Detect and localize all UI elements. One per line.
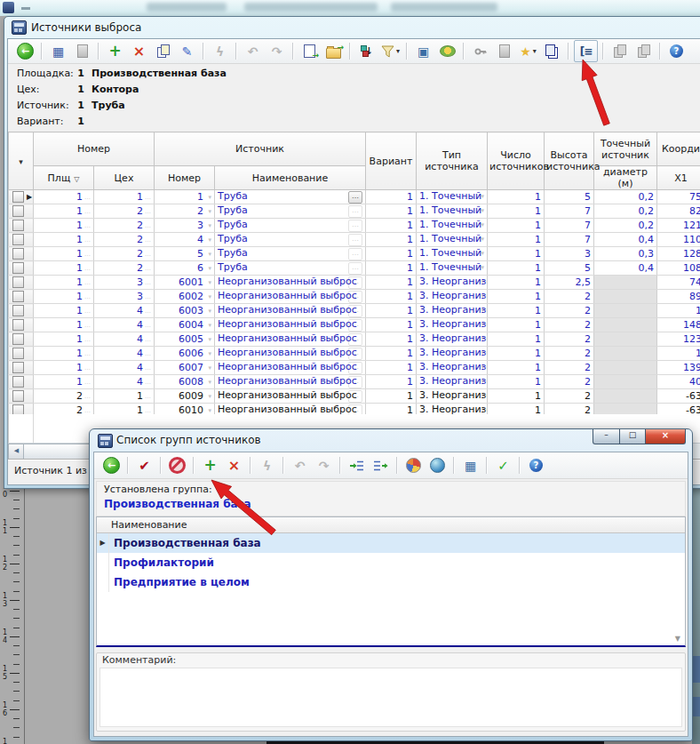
dropdown-button[interactable]: ▾ bbox=[481, 233, 484, 246]
groups-list-header[interactable]: Наименование bbox=[97, 517, 685, 533]
cell-type[interactable]: ▾3. Неорганизов bbox=[417, 389, 488, 404]
cell-variant[interactable]: 1 bbox=[366, 261, 417, 276]
import-button[interactable]: → bbox=[298, 41, 321, 61]
name-ellipsis-button[interactable]: … bbox=[348, 234, 362, 246]
cell-variant[interactable]: 1 bbox=[366, 190, 417, 204]
table-row[interactable]: 2…1…6009▾…Неорганизованный выброс1▾3. Не… bbox=[9, 389, 700, 404]
copy-button[interactable] bbox=[152, 41, 174, 61]
name-ellipsis-button[interactable]: … bbox=[348, 348, 362, 360]
new-document-button[interactable] bbox=[71, 41, 93, 61]
ellipsis-button[interactable]: … bbox=[83, 364, 91, 372]
dropdown-button[interactable]: ▾ bbox=[481, 290, 484, 303]
row-checkbox[interactable] bbox=[12, 276, 24, 288]
header-nomer[interactable]: Номер bbox=[155, 166, 215, 190]
row-indicator-cell[interactable] bbox=[9, 219, 34, 233]
cell-count[interactable]: 1 bbox=[488, 304, 545, 318]
cell-x1[interactable]: 1 bbox=[657, 304, 700, 318]
cell-x1[interactable]: 89 bbox=[657, 290, 700, 304]
name-ellipsis-button[interactable]: … bbox=[348, 205, 362, 218]
ellipsis-button[interactable]: … bbox=[83, 407, 91, 414]
cell-diameter[interactable] bbox=[594, 375, 657, 389]
cell-type[interactable]: ▾1. Точечный bbox=[417, 261, 488, 276]
cell-height[interactable]: 2 bbox=[545, 361, 594, 375]
cell-diameter[interactable] bbox=[594, 347, 657, 361]
cell-type[interactable]: ▾1. Точечный bbox=[417, 190, 488, 204]
cell-type[interactable]: ▾3. Неорганизов bbox=[417, 276, 488, 290]
cell-plsh[interactable]: 1… bbox=[34, 261, 94, 276]
undo-button[interactable]: ↶ bbox=[242, 41, 264, 61]
cell-plsh[interactable]: 1… bbox=[34, 375, 94, 389]
dropdown-button[interactable]: ▾ bbox=[203, 208, 211, 215]
cell-count[interactable]: 1 bbox=[488, 219, 545, 233]
table-row[interactable]: 1…4…6004▾…Неорганизованный выброс1▾3. Не… bbox=[9, 318, 700, 332]
ellipsis-button[interactable]: … bbox=[143, 350, 151, 357]
help-button[interactable]: ? bbox=[665, 41, 688, 61]
cell-nomer[interactable]: 6006▾ bbox=[155, 347, 215, 361]
cell-count[interactable]: 1 bbox=[488, 261, 545, 276]
cell-count[interactable]: 1 bbox=[488, 332, 545, 347]
cell-nomer[interactable]: 6008▾ bbox=[155, 375, 215, 389]
dropdown-button[interactable]: ▾ bbox=[481, 347, 484, 360]
ellipsis-button[interactable]: … bbox=[83, 336, 91, 343]
row-indicator-cell[interactable] bbox=[9, 204, 34, 219]
cell-nomer[interactable]: 6▾ bbox=[155, 261, 215, 276]
cell-ceh[interactable]: 1… bbox=[94, 190, 155, 204]
ellipsis-button[interactable]: … bbox=[83, 194, 91, 201]
dialog-help-button[interactable]: ? bbox=[525, 455, 547, 476]
ellipsis-button[interactable]: … bbox=[143, 308, 151, 315]
ellipsis-button[interactable]: … bbox=[143, 379, 151, 386]
cell-name[interactable]: …Неорганизованный выброс bbox=[215, 304, 366, 318]
cell-count[interactable]: 1 bbox=[488, 375, 545, 389]
cell-name[interactable]: …Неорганизованный выброс bbox=[215, 290, 366, 304]
back-button[interactable]: ← bbox=[14, 41, 36, 61]
cell-x1[interactable]: 128 bbox=[657, 247, 700, 261]
cell-diameter[interactable] bbox=[594, 304, 657, 318]
dropdown-button[interactable]: ▾ bbox=[481, 332, 484, 346]
cell-ceh[interactable]: 2… bbox=[94, 261, 155, 276]
header-count[interactable]: Число источников bbox=[488, 132, 545, 190]
cell-name[interactable]: …Неорганизованный выброс bbox=[215, 347, 366, 361]
cell-type[interactable]: ▾1. Точечный bbox=[417, 247, 488, 261]
cell-plsh[interactable]: 2… bbox=[34, 389, 94, 404]
ellipsis-button[interactable]: … bbox=[143, 194, 151, 201]
recalc-button[interactable]: ϟ bbox=[209, 41, 231, 61]
cell-ceh[interactable]: 4… bbox=[94, 375, 155, 389]
cell-x1[interactable]: 82 bbox=[657, 204, 700, 219]
dropdown-button[interactable]: ▾ bbox=[203, 322, 211, 329]
add-button[interactable]: + bbox=[104, 41, 126, 61]
row-checkbox[interactable] bbox=[12, 191, 24, 203]
header-diameter[interactable]: диаметр (м) bbox=[594, 166, 657, 190]
cell-plsh[interactable]: 1… bbox=[34, 219, 94, 233]
dropdown-button[interactable]: ▾ bbox=[481, 261, 484, 275]
ellipsis-button[interactable]: … bbox=[143, 279, 151, 286]
dropdown-button[interactable]: ▾ bbox=[203, 194, 211, 201]
cell-variant[interactable]: 1 bbox=[366, 219, 417, 233]
cell-count[interactable]: 1 bbox=[488, 233, 545, 247]
cell-count[interactable]: 1 bbox=[488, 276, 545, 290]
cell-type[interactable]: ▾1. Точечный bbox=[417, 233, 488, 247]
cell-plsh[interactable]: 1… bbox=[34, 233, 94, 247]
maximize-button[interactable]: □ bbox=[620, 429, 645, 444]
cell-type[interactable]: ▾1. Точечный bbox=[417, 219, 488, 233]
dropdown-button[interactable]: ▾ bbox=[481, 304, 484, 317]
cell-x1[interactable]: 110 bbox=[657, 233, 700, 247]
row-checkbox[interactable] bbox=[12, 291, 24, 302]
row-indicator-cell[interactable] bbox=[9, 347, 34, 361]
cell-height[interactable]: 7 bbox=[545, 204, 594, 219]
row-checkbox[interactable] bbox=[12, 333, 24, 345]
cell-height[interactable]: 7 bbox=[545, 233, 594, 247]
dropdown-button[interactable]: ▾ bbox=[203, 236, 211, 244]
header-ceh[interactable]: Цех bbox=[94, 166, 155, 190]
cell-name[interactable]: …Труба bbox=[215, 190, 366, 204]
row-checkbox[interactable] bbox=[12, 220, 24, 231]
cell-name[interactable]: …Неорганизованный выброс bbox=[215, 375, 366, 389]
dropdown-button[interactable]: ▾ bbox=[481, 318, 484, 332]
cell-type[interactable]: ▾3. Неорганизов bbox=[417, 375, 488, 389]
ellipsis-button[interactable]: … bbox=[83, 251, 91, 258]
ellipsis-button[interactable]: … bbox=[83, 236, 91, 244]
cell-ceh[interactable]: 4… bbox=[94, 332, 155, 347]
dropdown-button[interactable]: ▾ bbox=[481, 375, 484, 388]
ellipsis-button[interactable]: … bbox=[143, 222, 151, 229]
row-indicator-cell[interactable] bbox=[9, 304, 34, 318]
row-checkbox[interactable] bbox=[12, 305, 24, 316]
